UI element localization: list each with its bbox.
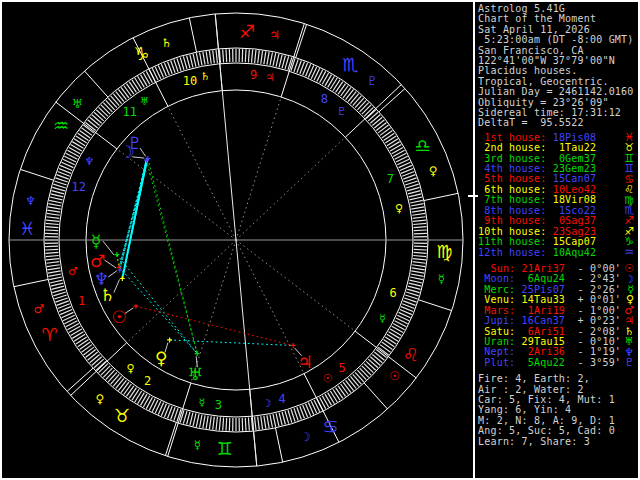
planet-label: Jupi: bbox=[478, 316, 522, 326]
sign-ruler-icon-virgo: ☿ bbox=[438, 272, 445, 286]
house-ruler-icon-7: ♀ bbox=[395, 202, 403, 215]
sign-ruler-icon-scorpio: ♇ bbox=[367, 74, 378, 88]
house-row-2: 2nd house: 1Tau22♉ bbox=[478, 143, 636, 153]
sign-boundary-line bbox=[424, 193, 458, 200]
house-ruler-icon-2: ♀ bbox=[126, 362, 134, 375]
house-number-3: 3 bbox=[215, 398, 222, 412]
aspect-line-mars-uranus bbox=[119, 267, 197, 353]
house-number-2: 2 bbox=[144, 374, 151, 388]
planet-row-10: Plut: 5Aqu22 - 3°59'♇ bbox=[478, 358, 636, 368]
planet-pointer-mars bbox=[105, 260, 117, 268]
house-ruler-icon-6: ☿ bbox=[379, 312, 386, 325]
planet-glyph-uranus: ♅ bbox=[188, 364, 203, 384]
house-cusp-ray-12 bbox=[117, 149, 236, 240]
sign-ruler-icon-libra: ♀ bbox=[429, 164, 438, 178]
house-number-7: 7 bbox=[387, 172, 394, 186]
house-cusp-ray-8 bbox=[236, 137, 345, 240]
house-ruler-icon-9: ♃ bbox=[265, 71, 275, 84]
sign-glyph-pisces: ♓ bbox=[19, 218, 35, 239]
house-number-4: 4 bbox=[278, 392, 285, 406]
planet-glyph-sun: ☉ bbox=[112, 307, 127, 327]
sign-glyph-cancer: ♋ bbox=[322, 416, 338, 437]
sign-ruler-icon-aries: ♂ bbox=[33, 302, 44, 316]
sign-ruler-icon-leo: ☉ bbox=[389, 369, 400, 383]
planet-glyph-venus: ♀ bbox=[155, 348, 167, 368]
house-cusp-list: 1st house: 18Pis08♓ 2nd house: 1Tau22♉ 3… bbox=[478, 133, 636, 258]
sign-glyph-capricorn: ♑ bbox=[133, 43, 149, 64]
header-line-4: 5:23:00am (DT -8:00 GMT) bbox=[478, 35, 636, 45]
sign-ruler-icon-aquarius: ♅ bbox=[72, 97, 83, 111]
house-cusp-ray-2 bbox=[127, 240, 236, 343]
house-ruler-icon-4: ☽ bbox=[262, 397, 272, 410]
sign-ruler-icon-capricorn: ♄ bbox=[161, 36, 172, 50]
sign-boundary-line bbox=[14, 279, 48, 286]
sign-glyph-scorpio: ♏ bbox=[342, 54, 358, 75]
planet-glyph-neptune: ♆ bbox=[94, 269, 109, 289]
planet-velocity-value: + 0°23' bbox=[565, 316, 621, 326]
planet-dot-mercury bbox=[114, 252, 119, 257]
house-cusp-value: 10Aqu42 bbox=[553, 248, 597, 258]
panel-divider bbox=[473, 2, 475, 478]
planet-pointer-neptune bbox=[108, 271, 117, 277]
planet-position-list: Sun: 21Ari37 - 0°00'☉ Moon: 6Aqu24 - 2°4… bbox=[478, 264, 636, 368]
house-number-8: 8 bbox=[321, 92, 328, 106]
sign-boundary-line bbox=[275, 428, 282, 462]
house-ruler-icon-3: ☿ bbox=[199, 396, 206, 409]
house-ruler-icon-11: ♅ bbox=[140, 95, 150, 108]
house-number-9: 9 bbox=[250, 68, 257, 82]
sign-glyph-gemini: ♊ bbox=[217, 438, 233, 459]
tally-line-7: Learn: 7, Share: 3 bbox=[478, 437, 636, 447]
house-row-12: 12th house: 10Aqu42♒ bbox=[478, 248, 636, 258]
sign-ruler-icon-taurus: ♀ bbox=[95, 392, 104, 406]
house-ruler-icon-12: ♆ bbox=[85, 155, 95, 168]
sign-ruler-icon-cancer: ☽ bbox=[300, 430, 311, 444]
sign-boundary-line bbox=[296, 24, 307, 57]
aspect-line-mercury-uranus bbox=[117, 255, 197, 354]
astrolog-window: ♈♂♉♀♊☿♋☽♌☉♍☿♎♀♏♇♐♃♑♄♒♅♓♆1♂2♀3☿4☽5☉6☿7♀8♇… bbox=[0, 0, 640, 480]
sign-boundary-line bbox=[165, 422, 176, 455]
planet-dot-neptune bbox=[117, 267, 122, 272]
house-label: 11th house: bbox=[478, 237, 553, 247]
planet-glyph-pluto: ♇ bbox=[127, 133, 142, 153]
header-line-9: Julian Day = 2461142.0160 bbox=[478, 87, 636, 97]
house-ruler-icon-1: ♂ bbox=[68, 265, 78, 278]
house-number-12: 12 bbox=[72, 180, 86, 194]
header-line-12: DeltaT = 95.5522 bbox=[478, 118, 636, 128]
planet-dot-jupiter bbox=[291, 343, 296, 348]
house-ruler-icon-10: ♄ bbox=[200, 70, 210, 83]
house-number-11: 11 bbox=[123, 105, 137, 119]
chart-info-header: Astrolog 5.41GChart of the MomentSat Apr… bbox=[478, 4, 636, 129]
sign-glyph-leo: ♌ bbox=[403, 344, 419, 365]
house-ruler-icon-8: ♇ bbox=[337, 105, 347, 118]
house-row-11: 11th house: 15Cap07♑ bbox=[478, 237, 636, 247]
planet-glyph-mercury: ☿ bbox=[91, 231, 101, 251]
planet-dot-venus bbox=[167, 337, 172, 342]
sign-ruler-icon-sagittarius: ♃ bbox=[269, 28, 280, 42]
aspect-line-pluto-uranus bbox=[148, 159, 197, 354]
sign-glyph-aries: ♈ bbox=[41, 324, 57, 345]
house-cusp-value: 1Tau22 bbox=[553, 143, 597, 153]
sign-boundary-line bbox=[67, 368, 93, 391]
house-cusp-ray-6 bbox=[236, 240, 355, 331]
sign-glyph-taurus: ♉ bbox=[114, 405, 130, 426]
planet-position-value: 16Can37 bbox=[522, 316, 566, 326]
sign-glyph-virgo: ♍ bbox=[437, 241, 453, 262]
planet-glyph-jupiter: ♃ bbox=[297, 352, 312, 372]
house-label: 12th house: bbox=[478, 248, 553, 258]
sign-ruler-icon-pisces: ♆ bbox=[25, 194, 36, 208]
zodiac-sign-icon: ♒ bbox=[624, 248, 636, 258]
info-panel: Astrolog 5.41GChart of the MomentSat Apr… bbox=[478, 4, 636, 476]
planet-position-value: 5Aqu22 bbox=[522, 358, 566, 368]
chart-wheel: ♈♂♉♀♊☿♋☽♌☉♍☿♎♀♏♇♐♃♑♄♒♅♓♆1♂2♀3☿4☽5☉6☿7♀8♇… bbox=[1, 0, 475, 480]
aspect-line-sun-jupiter bbox=[136, 306, 293, 345]
house-cusp-ray-9 bbox=[236, 97, 281, 240]
planet-dot-sun bbox=[133, 304, 138, 309]
sign-boundary-line bbox=[189, 18, 196, 52]
house-ruler-icon-5: ☉ bbox=[322, 372, 332, 385]
sign-glyph-sagittarius: ♐ bbox=[239, 21, 255, 42]
house-number-6: 6 bbox=[390, 286, 397, 300]
sign-glyph-libra: ♎ bbox=[414, 135, 430, 156]
sign-boundary-line bbox=[20, 169, 53, 180]
house-number-10: 10 bbox=[183, 74, 197, 88]
house-number-5: 5 bbox=[339, 361, 346, 375]
